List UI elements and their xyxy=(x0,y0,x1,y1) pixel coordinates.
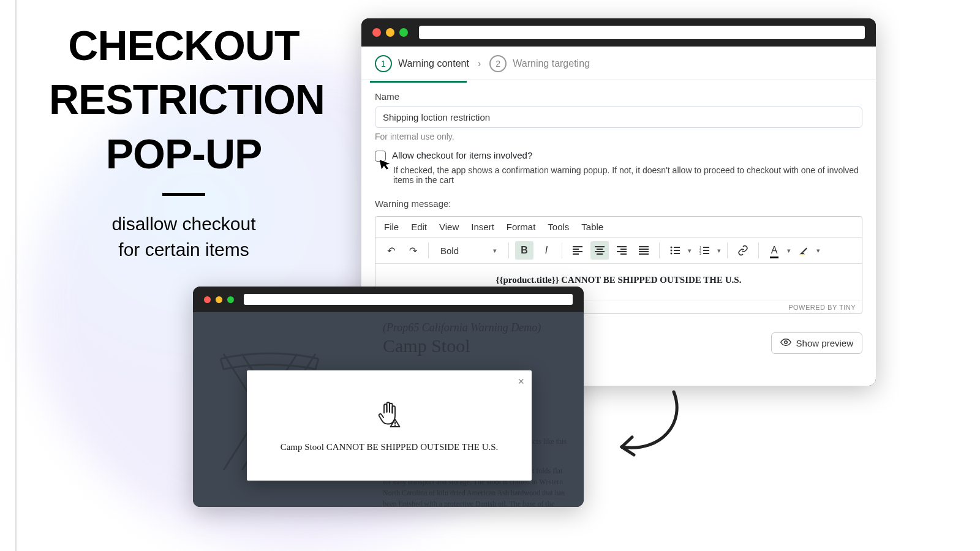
show-preview-label: Show preview xyxy=(796,338,853,348)
svg-text:3: 3 xyxy=(699,252,701,255)
name-help: For internal use only. xyxy=(375,132,862,141)
product-subtitle: (Prop65 California Warning Demo) xyxy=(383,321,567,334)
window-max-dot[interactable] xyxy=(227,296,234,303)
svg-rect-6 xyxy=(799,254,805,255)
step-2[interactable]: 2 Warning targeting xyxy=(489,55,590,72)
editor-body-text: {{product.title}} CANNOT BE SHIPPED OUTS… xyxy=(496,275,742,285)
align-left-icon[interactable] xyxy=(568,241,587,260)
menu-file[interactable]: File xyxy=(384,222,399,232)
bullet-list-icon[interactable] xyxy=(666,241,684,260)
cursor-icon xyxy=(378,156,393,176)
demo-browser-window: (Prop65 California Warning Demo) Camp St… xyxy=(193,287,584,507)
warning-message-label: Warning message: xyxy=(375,198,862,209)
show-preview-button[interactable]: Show preview xyxy=(771,332,862,354)
svg-point-2 xyxy=(671,253,673,255)
chevron-down-icon[interactable]: ▾ xyxy=(816,247,820,255)
product-title: Camp Stool xyxy=(383,335,567,356)
modal-message: Camp Stool CANNOT BE SHIPPED OUTSIDE THE… xyxy=(281,442,499,452)
address-bar[interactable] xyxy=(244,294,573,305)
text-color-icon[interactable]: A xyxy=(765,241,783,260)
window-min-dot[interactable] xyxy=(216,296,222,303)
link-icon[interactable] xyxy=(734,241,752,260)
window-close-dot[interactable] xyxy=(204,296,211,303)
align-center-icon[interactable] xyxy=(590,241,609,260)
editor-toolbar: ↶ ↷ Bold ▾ B I xyxy=(375,238,862,264)
subhead-line-2: for certain items xyxy=(49,237,318,263)
align-justify-icon[interactable] xyxy=(635,241,653,260)
demo-titlebar xyxy=(193,287,584,312)
menu-edit[interactable]: Edit xyxy=(411,222,427,232)
chevron-down-icon[interactable]: ▾ xyxy=(688,247,692,255)
window-min-dot[interactable] xyxy=(386,28,394,37)
italic-icon[interactable]: I xyxy=(537,241,556,260)
redo-icon[interactable]: ↷ xyxy=(404,241,422,260)
highlight-icon[interactable] xyxy=(794,241,813,260)
stop-hand-warning-icon xyxy=(375,399,404,431)
menu-format[interactable]: Format xyxy=(507,222,536,232)
headline-line-2: RESTRICTION xyxy=(49,72,318,126)
subhead-line-1: disallow checkout xyxy=(49,211,318,237)
bold-icon[interactable]: B xyxy=(515,241,533,260)
chevron-right-icon: › xyxy=(478,58,481,69)
chevron-down-icon[interactable]: ▾ xyxy=(787,247,791,255)
eye-icon xyxy=(780,338,791,348)
step-2-label: Warning targeting xyxy=(513,58,590,69)
menu-view[interactable]: View xyxy=(439,222,459,232)
close-icon[interactable]: × xyxy=(518,375,524,388)
step-1[interactable]: 1 Warning content xyxy=(375,55,469,72)
menu-insert[interactable]: Insert xyxy=(471,222,494,232)
connector-arrow-icon xyxy=(606,386,692,471)
chevron-down-icon[interactable]: ▾ xyxy=(717,247,721,255)
active-step-underline xyxy=(370,81,467,83)
wizard-stepper: 1 Warning content › 2 Warning targeting xyxy=(361,47,876,80)
chevron-down-icon: ▾ xyxy=(493,247,497,255)
font-weight-select[interactable]: Bold ▾ xyxy=(435,241,502,260)
allow-checkout-help: If checked, the app shows a confirmation… xyxy=(393,165,862,185)
window-close-dot[interactable] xyxy=(372,28,381,37)
allow-checkout-label: Allow checkout for items involved? xyxy=(392,150,532,160)
headline-line-1: CHECKOUT xyxy=(49,18,318,72)
window-max-dot[interactable] xyxy=(399,28,408,37)
font-weight-value: Bold xyxy=(440,246,459,256)
divider xyxy=(162,193,205,196)
align-right-icon[interactable] xyxy=(612,241,631,260)
warning-modal: × Camp Stool CANNOT BE SHIPPED OUTSIDE T… xyxy=(247,370,532,481)
hero-text: CHECKOUT RESTRICTION POP-UP disallow che… xyxy=(49,18,318,263)
svg-point-1 xyxy=(671,250,673,252)
address-bar[interactable] xyxy=(419,26,865,39)
undo-icon[interactable]: ↶ xyxy=(382,241,400,260)
step-2-number: 2 xyxy=(489,55,507,72)
name-label: Name xyxy=(375,91,862,102)
name-input[interactable] xyxy=(375,107,862,128)
headline-line-3: POP-UP xyxy=(49,127,318,181)
menu-tools[interactable]: Tools xyxy=(548,222,569,232)
svg-point-7 xyxy=(784,341,787,344)
titlebar xyxy=(361,18,876,47)
step-1-number: 1 xyxy=(375,55,392,72)
step-1-label: Warning content xyxy=(398,58,469,69)
left-margin-rule xyxy=(15,0,17,551)
editor-menubar: File Edit View Insert Format Tools Table xyxy=(375,217,862,238)
svg-point-0 xyxy=(671,247,673,249)
menu-table[interactable]: Table xyxy=(581,222,603,232)
number-list-icon[interactable]: 123 xyxy=(695,241,714,260)
